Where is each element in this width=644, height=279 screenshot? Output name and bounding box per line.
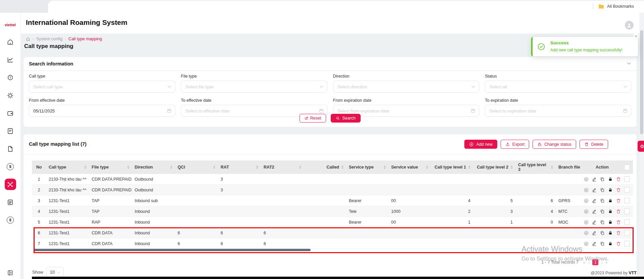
select-file-type[interactable]: Select file type [181,81,327,93]
row-checkbox[interactable] [624,241,630,246]
breadcrumb-system-config[interactable]: System config [36,37,63,41]
row-checkbox[interactable] [624,230,630,236]
delete-button[interactable]: Delete [580,140,608,149]
all-bookmarks-label[interactable]: All Bookmarks [607,4,634,9]
copy-icon[interactable] [600,209,605,214]
column-header-called[interactable]: Called [304,160,346,174]
copy-icon[interactable] [600,241,605,246]
column-header-service-type[interactable]: Service type [346,160,388,174]
search-panel: Search information Call type Select call… [24,57,637,127]
row-checkbox[interactable] [624,208,630,214]
sidebar-item-wallet[interactable] [5,107,16,119]
sidebar-item-home[interactable] [5,36,16,48]
first-page-button[interactable]: « [583,260,586,265]
dollar-circle-icon: $ [7,217,14,224]
next-page-button[interactable]: › [601,260,602,265]
sidebar-item-revenue[interactable]: $ [5,161,16,172]
row-checkbox[interactable] [624,176,630,182]
select-all-checkbox[interactable] [624,165,630,170]
sidebar-collapse-button[interactable] [5,267,16,278]
lock-icon[interactable] [608,241,613,246]
lock-icon[interactable] [608,177,613,182]
edit-icon[interactable] [592,198,597,203]
select-status[interactable]: Select all [485,81,631,93]
edit-icon[interactable] [592,209,597,214]
row-checkbox[interactable] [624,198,630,203]
column-header-call-type[interactable]: Call type [46,160,89,174]
view-icon[interactable] [584,241,589,246]
copy-icon[interactable] [600,187,605,193]
sidebar-item-config[interactable] [5,90,16,101]
sidebar-item-documents[interactable] [5,196,16,208]
delete-icon[interactable] [616,198,621,203]
column-header-call-type-level-1[interactable]: Call type level 1 [431,160,473,174]
view-icon[interactable] [584,198,589,203]
previous-page-button[interactable]: ‹ [588,260,590,265]
current-page-button[interactable]: 1 [592,259,598,265]
sidebar-item-files[interactable] [5,143,16,154]
sidebar-item-invoices[interactable] [5,125,16,137]
delete-icon[interactable] [616,187,621,193]
edit-icon[interactable] [592,177,597,182]
view-icon[interactable] [584,187,589,193]
reset-button[interactable]: ↺ Reset [300,114,326,123]
sidebar-item-call-type-mapping[interactable] [5,179,16,190]
change-status-button[interactable]: Change status [533,140,576,149]
copy-icon[interactable] [600,220,605,225]
table-settings-button[interactable]: ⚙ [638,141,644,152]
delete-icon[interactable] [616,241,621,246]
chevron-down-icon[interactable] [627,62,631,65]
home-icon [7,39,14,46]
toast-close-button[interactable]: ✕ [633,34,639,39]
export-button[interactable]: Export [501,140,529,149]
edit-icon[interactable] [592,187,597,193]
view-icon[interactable] [584,220,589,225]
cell-call-type-level-3 [515,174,556,184]
table-row: 71231-Test1CDR DATAInbound666 [32,238,633,249]
sidebar-item-reports[interactable] [5,54,16,65]
column-header-rat2[interactable]: RAT2 [261,160,304,174]
column-header-file-type[interactable]: File type [89,160,132,174]
select-direction[interactable]: Select direction [333,81,479,93]
view-icon[interactable] [584,177,589,182]
lock-icon[interactable] [608,198,613,203]
view-icon[interactable] [584,209,589,214]
column-header-service-value[interactable]: Service value [388,160,431,174]
edit-icon[interactable] [592,220,597,225]
delete-icon[interactable] [616,220,621,225]
network-mapping-icon [7,181,14,188]
add-new-button[interactable]: Add new [464,140,497,149]
column-header-qci[interactable]: QCI [175,160,218,174]
sort-carets-icon [84,166,86,169]
sidebar-item-alerts[interactable] [5,72,16,83]
last-page-button[interactable]: » [605,260,608,265]
search-button[interactable]: Search [331,114,361,123]
view-icon[interactable] [584,230,589,236]
breadcrumb-home-icon[interactable] [26,37,30,41]
edit-icon[interactable] [592,230,597,236]
delete-icon[interactable] [616,209,621,214]
row-checkbox[interactable] [624,219,630,225]
select-call-type[interactable]: Select call type [29,81,175,93]
delete-icon[interactable] [616,230,621,236]
page-size-select[interactable]: 10 ⌄ [46,267,64,277]
lock-icon[interactable] [608,230,613,236]
lock-icon[interactable] [608,220,613,225]
user-avatar[interactable] [625,21,634,30]
breadcrumb-call-type-mapping[interactable]: Call type mapping [68,37,102,41]
column-header-direction[interactable]: Direction [132,160,175,174]
column-header-call-type-level-3[interactable]: Call type level 3 [515,160,556,174]
lock-icon[interactable] [608,187,613,193]
row-checkbox[interactable] [624,187,630,193]
column-header-call-type-level-2[interactable]: Call type level 2 [473,160,515,174]
horizontal-scrollbar[interactable] [34,249,311,251]
column-header-rat[interactable]: RAT [218,160,261,174]
copy-icon[interactable] [600,230,605,236]
scrollbar-thumb[interactable] [640,30,643,134]
copy-icon[interactable] [600,198,605,203]
copy-icon[interactable] [600,177,605,182]
edit-icon[interactable] [592,241,597,246]
delete-icon[interactable] [616,177,621,182]
sidebar-item-billing[interactable]: $ [5,214,16,226]
lock-icon[interactable] [608,209,613,214]
